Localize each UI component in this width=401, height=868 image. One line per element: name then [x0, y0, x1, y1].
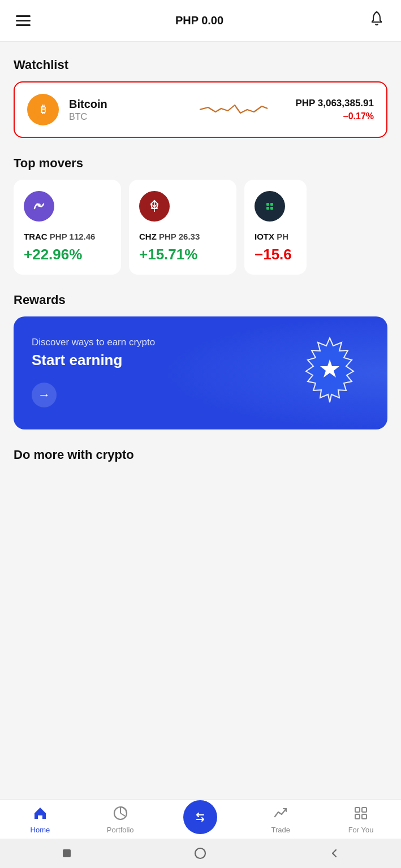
trac-icon: [24, 191, 54, 222]
rewards-badge: [290, 333, 369, 413]
svg-text:₿: ₿: [41, 104, 46, 115]
watchlist-title: Watchlist: [14, 58, 387, 72]
system-back-button[interactable]: [326, 845, 343, 862]
rewards-card[interactable]: Discover ways to earn crypto Start earni…: [14, 316, 387, 429]
svg-rect-20: [362, 814, 366, 819]
for-you-icon: [353, 805, 369, 823]
svg-rect-18: [362, 808, 366, 812]
nav-trade[interactable]: Trade: [240, 805, 321, 834]
trade-label: Trade: [271, 826, 290, 834]
iotx-label: IOTX PH: [255, 232, 296, 241]
nav-home[interactable]: Home: [0, 805, 80, 834]
rewards-section: Rewards Discover ways to earn crypto Sta…: [14, 293, 387, 429]
nav-for-you[interactable]: For You: [321, 805, 401, 834]
chz-label: CHZ PHP 26.33: [139, 232, 226, 241]
trade-icon: [273, 805, 288, 823]
do-more-section: Do more with crypto: [14, 448, 387, 462]
mover-card-trac[interactable]: TRAC PHP 112.46 +22.96%: [14, 180, 121, 275]
nav-swap[interactable]: [161, 806, 241, 834]
balance-display: PHP 0.00: [175, 14, 223, 27]
svg-rect-19: [355, 814, 360, 819]
notification-bell-icon[interactable]: [368, 10, 385, 31]
trac-change: +22.96%: [24, 246, 111, 263]
coin-change: −0.17%: [295, 111, 374, 121]
rewards-title: Rewards: [14, 293, 387, 307]
mover-card-chz[interactable]: CHZ PHP 26.33 +15.71%: [129, 180, 236, 275]
watchlist-card[interactable]: ₿ Bitcoin BTC PHP 3,063,385.91 −0.17%: [14, 81, 387, 138]
svg-rect-21: [63, 849, 71, 857]
system-square-button[interactable]: [58, 845, 75, 862]
btc-icon: ₿: [27, 94, 59, 125]
svg-line-16: [120, 813, 125, 816]
watchlist-coin-info: Bitcoin BTC: [69, 98, 172, 122]
system-circle-button[interactable]: [192, 845, 209, 862]
svg-rect-17: [355, 808, 360, 812]
iotx-icon: [255, 191, 285, 222]
main-content: Watchlist ₿ Bitcoin BTC PH: [0, 42, 401, 528]
svg-rect-11: [270, 203, 273, 206]
coin-name: Bitcoin: [69, 98, 172, 111]
chz-change: +15.71%: [139, 246, 226, 263]
home-label: Home: [31, 826, 50, 834]
coin-symbol: BTC: [69, 112, 172, 122]
for-you-label: For You: [348, 826, 374, 834]
svg-rect-12: [266, 207, 269, 210]
svg-point-9: [262, 198, 278, 214]
svg-point-22: [195, 848, 205, 858]
do-more-title: Do more with crypto: [14, 448, 387, 462]
bottom-nav: Home Portfolio Trade: [0, 799, 401, 839]
portfolio-label: Portfolio: [107, 826, 134, 834]
nav-portfolio[interactable]: Portfolio: [80, 805, 161, 834]
coin-price: PHP 3,063,385.91: [295, 98, 374, 109]
menu-button[interactable]: [16, 15, 31, 26]
svg-point-3: [37, 203, 41, 207]
portfolio-icon: [113, 805, 128, 823]
iotx-change: −15.6: [255, 246, 296, 263]
trac-label: TRAC PHP 112.46: [24, 232, 111, 241]
system-nav-bar: [0, 839, 401, 868]
svg-rect-13: [270, 207, 273, 210]
app-header: PHP 0.00: [0, 0, 401, 42]
swap-button[interactable]: [183, 800, 217, 834]
top-movers-title: Top movers: [14, 156, 387, 171]
chz-icon: [139, 191, 170, 222]
rewards-arrow-button[interactable]: →: [32, 383, 57, 407]
top-movers-section: Top movers TRAC PHP 112.46 +22.96%: [14, 156, 387, 275]
top-movers-list: TRAC PHP 112.46 +22.96% CH: [14, 180, 387, 275]
watchlist-price-block: PHP 3,063,385.91 −0.17%: [295, 98, 374, 121]
mover-card-iotx[interactable]: IOTX PH −15.6: [244, 180, 307, 275]
home-icon: [32, 805, 48, 823]
svg-rect-10: [266, 203, 269, 206]
watchlist-section: Watchlist ₿ Bitcoin BTC PH: [14, 58, 387, 138]
watchlist-chart: [182, 96, 285, 123]
